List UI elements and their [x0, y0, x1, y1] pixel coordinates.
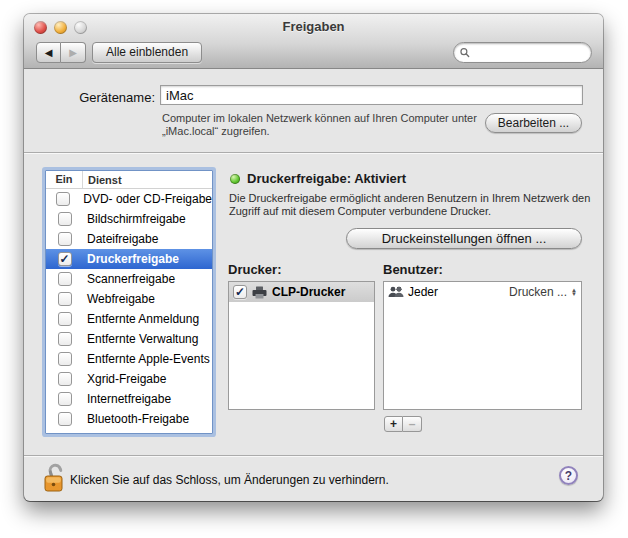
- service-checkbox[interactable]: [56, 192, 70, 206]
- service-row[interactable]: DVD- oder CD-Freigabe: [46, 189, 212, 209]
- traffic-lights: [34, 21, 87, 34]
- service-label: Entfernte Anmeldung: [83, 312, 199, 326]
- window-title: Freigaben: [24, 14, 603, 40]
- service-checkbox[interactable]: [58, 412, 72, 426]
- service-row[interactable]: Entfernte Apple-Events: [46, 349, 212, 369]
- device-name-hint-line2: „iMac.local“ zugreifen.: [162, 125, 270, 137]
- service-checkbox[interactable]: [58, 232, 72, 246]
- service-checkbox-cell: [46, 292, 83, 306]
- service-checkbox[interactable]: ✓: [58, 252, 72, 266]
- service-row[interactable]: Bluetooth-Freigabe: [46, 409, 212, 429]
- nav-buttons: ◀ ▶: [36, 42, 86, 63]
- service-label: Entfernte Verwaltung: [83, 332, 198, 346]
- add-remove-group: + –: [384, 416, 422, 432]
- minimize-button[interactable]: [54, 21, 67, 34]
- service-row[interactable]: Dateifreigabe: [46, 229, 212, 249]
- service-label: Entfernte Apple-Events: [83, 352, 210, 366]
- service-label: Bluetooth-Freigabe: [83, 412, 189, 426]
- service-row[interactable]: Scannerfreigabe: [46, 269, 212, 289]
- search-field[interactable]: [453, 42, 592, 63]
- service-checkbox[interactable]: [58, 312, 72, 326]
- titlebar[interactable]: Freigaben: [24, 14, 603, 40]
- section-divider: [24, 152, 603, 153]
- printer-icon: [252, 286, 267, 299]
- service-checkbox-cell: [46, 312, 83, 326]
- service-row[interactable]: Webfreigabe: [46, 289, 212, 309]
- status-description: Die Druckerfreigabe ermöglicht anderen B…: [229, 192, 595, 218]
- services-table-body: DVD- oder CD-FreigabeBildschirmfreigabeD…: [46, 189, 212, 429]
- forward-arrow-icon: ▶: [69, 47, 77, 58]
- service-checkbox[interactable]: [58, 272, 72, 286]
- service-row[interactable]: Internetfreigabe: [46, 389, 212, 409]
- service-row[interactable]: Entfernte Anmeldung: [46, 309, 212, 329]
- service-checkbox-cell: [46, 192, 79, 206]
- printers-list[interactable]: ✓CLP-Drucker: [228, 281, 375, 410]
- device-name-input[interactable]: [160, 85, 583, 105]
- column-header-dienst: Dienst: [83, 174, 122, 186]
- service-checkbox-cell: [46, 352, 83, 366]
- service-row[interactable]: Entfernte Verwaltung: [46, 329, 212, 349]
- lock-hint-text: Klicken Sie auf das Schloss, um Änderung…: [70, 473, 389, 487]
- user-permission-value: Drucken ...: [509, 285, 567, 299]
- service-checkbox[interactable]: [58, 212, 72, 226]
- service-checkbox[interactable]: [58, 372, 72, 386]
- service-checkbox[interactable]: [58, 332, 72, 346]
- status-indicator-icon: [230, 174, 240, 184]
- service-checkbox-cell: [46, 212, 83, 226]
- service-row[interactable]: Bildschirmfreigabe: [46, 209, 212, 229]
- service-checkbox-cell: [46, 372, 83, 386]
- forward-button: ▶: [61, 42, 86, 63]
- status-title: Druckerfreigabe: Aktiviert: [247, 171, 406, 186]
- service-checkbox[interactable]: [58, 352, 72, 366]
- back-arrow-icon: ◀: [45, 47, 53, 58]
- printers-label: Drucker:: [228, 262, 281, 277]
- service-checkbox-cell: ✓: [46, 252, 83, 266]
- zoom-button: [74, 21, 87, 34]
- search-icon: [460, 47, 470, 58]
- service-label: Scannerfreigabe: [83, 272, 175, 286]
- toolbar: ◀ ▶ Alle einblenden: [24, 40, 603, 68]
- service-checkbox-cell: [46, 272, 83, 286]
- service-checkbox-cell: [46, 232, 83, 246]
- window-header: Freigaben ◀ ▶ Alle einblenden: [24, 14, 603, 69]
- device-name-hint-line1: Computer im lokalen Netzwerk können auf …: [162, 112, 477, 124]
- service-label: Webfreigabe: [83, 292, 155, 306]
- device-name-label: Gerätename:: [38, 90, 155, 105]
- users-label: Benutzer:: [383, 262, 443, 277]
- help-button[interactable]: ?: [559, 466, 578, 485]
- services-table[interactable]: Ein Dienst DVD- oder CD-FreigabeBildschi…: [45, 170, 213, 434]
- service-label: Dateifreigabe: [83, 232, 158, 246]
- user-permission-popup[interactable]: Drucken ...▲▼: [509, 285, 577, 299]
- service-label: Internetfreigabe: [83, 392, 171, 406]
- add-user-button[interactable]: +: [384, 416, 403, 432]
- footer-divider: [24, 455, 603, 456]
- group-icon: [388, 286, 404, 298]
- service-label: DVD- oder CD-Freigabe: [79, 192, 212, 206]
- printer-name: CLP-Drucker: [272, 285, 345, 299]
- service-row[interactable]: Xgrid-Freigabe: [46, 369, 212, 389]
- open-print-settings-button[interactable]: Druckeinstellungen öffnen ...: [346, 228, 582, 249]
- users-list[interactable]: JederDrucken ...▲▼: [383, 281, 582, 410]
- printer-checkbox[interactable]: ✓: [233, 285, 247, 299]
- back-button[interactable]: ◀: [36, 42, 61, 63]
- service-checkbox[interactable]: [58, 292, 72, 306]
- show-all-button[interactable]: Alle einblenden: [92, 42, 202, 63]
- column-header-ein: Ein: [46, 171, 83, 188]
- remove-user-button[interactable]: –: [403, 416, 422, 432]
- preferences-window: Freigaben ◀ ▶ Alle einblenden Gerätename: [24, 14, 603, 501]
- printer-row[interactable]: ✓CLP-Drucker: [229, 282, 374, 302]
- service-checkbox[interactable]: [58, 392, 72, 406]
- service-row[interactable]: ✓Druckerfreigabe: [46, 249, 212, 269]
- service-label: Bildschirmfreigabe: [83, 212, 186, 226]
- service-label: Xgrid-Freigabe: [83, 372, 166, 386]
- lock-icon[interactable]: [41, 461, 67, 495]
- user-row[interactable]: JederDrucken ...▲▼: [384, 282, 581, 302]
- service-checkbox-cell: [46, 392, 83, 406]
- close-button[interactable]: [34, 21, 47, 34]
- device-name-hint: Computer im lokalen Netzwerk können auf …: [162, 112, 477, 138]
- user-name: Jeder: [408, 285, 438, 299]
- popup-stepper-icon: ▲▼: [571, 288, 577, 296]
- service-checkbox-cell: [46, 412, 83, 426]
- search-input[interactable]: [473, 45, 585, 61]
- edit-button[interactable]: Bearbeiten ...: [485, 113, 582, 133]
